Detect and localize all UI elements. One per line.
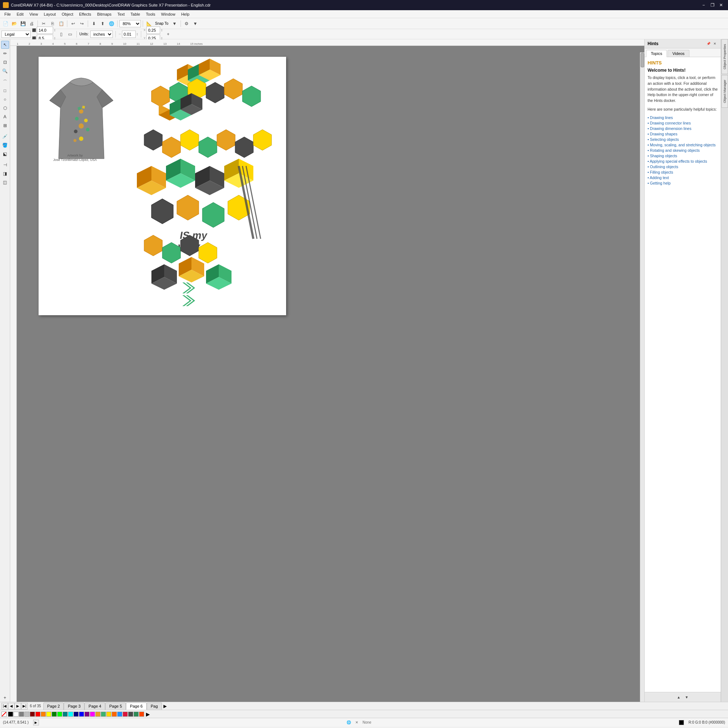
color-medium-green[interactable] — [101, 712, 106, 717]
page-tab-3[interactable]: Page 3 — [64, 702, 84, 710]
color-crimson[interactable] — [123, 712, 128, 717]
landscape-btn[interactable]: ▭ — [66, 30, 74, 38]
shadow-tool[interactable]: ◨ — [1, 170, 9, 177]
link-filling-objects[interactable]: • Filling objects — [648, 170, 718, 174]
table-tool[interactable]: ⊞ — [1, 122, 9, 130]
rect-tool[interactable]: □ — [1, 87, 9, 95]
save-button[interactable]: 💾 — [19, 20, 27, 28]
vertical-scrollbar[interactable] — [640, 52, 644, 702]
link-drawing-lines[interactable]: • Drawing lines — [648, 115, 718, 120]
freehand-tool[interactable]: ✏ — [1, 49, 9, 58]
link-special-effects[interactable]: • Applying special effects to objects — [648, 159, 718, 164]
menu-file[interactable]: File — [2, 10, 14, 18]
connector-tool[interactable]: ⊣ — [1, 161, 9, 169]
link-drawing-shapes[interactable]: • Drawing shapes — [648, 132, 718, 136]
color-deep-orange[interactable] — [112, 712, 117, 717]
undo-button[interactable]: ↩ — [69, 20, 77, 28]
link-shaping-objects[interactable]: • Shaping objects — [648, 154, 718, 158]
color-black[interactable] — [8, 712, 13, 717]
prev-page-btn[interactable]: ◀ — [8, 703, 15, 710]
object-manager-tab[interactable]: Object Manager — [722, 75, 728, 108]
menu-text[interactable]: Text — [114, 10, 127, 18]
canvas-scroll[interactable]: Artwork by José Tzontlimatzi López, USA — [17, 46, 644, 702]
color-purple[interactable] — [84, 712, 90, 717]
menu-view[interactable]: View — [27, 10, 41, 18]
color-golden[interactable] — [106, 712, 112, 717]
options-btn[interactable]: ⚙ — [183, 20, 191, 28]
close-button[interactable]: ✕ — [717, 2, 725, 8]
link-selecting-objects[interactable]: • Selecting objects — [648, 137, 718, 142]
scroll-down-btn[interactable]: ▼ — [683, 693, 691, 701]
color-lime[interactable] — [57, 712, 62, 717]
color-gold[interactable] — [95, 712, 101, 717]
scroll-up-btn[interactable]: ▲ — [675, 693, 683, 701]
menu-window[interactable]: Window — [158, 10, 178, 18]
add-page-btn[interactable]: + — [164, 30, 172, 38]
snap-dropdown-btn[interactable]: ▼ — [171, 20, 179, 28]
menu-effects[interactable]: Effects — [76, 10, 94, 18]
color-dodger-blue[interactable] — [117, 712, 122, 717]
link-rotating-skewing[interactable]: • Rotating and skewing objects — [648, 148, 718, 153]
tab-videos[interactable]: Videos — [668, 50, 689, 57]
link-dimension-lines[interactable]: • Drawing dimension lines — [648, 126, 718, 131]
tab-topics[interactable]: Topics — [646, 50, 667, 57]
first-page-btn[interactable]: |◀ — [2, 703, 8, 710]
color-cyan[interactable] — [68, 712, 73, 717]
page-tab-6[interactable]: Page 6 — [126, 702, 147, 710]
zoom-dropdown[interactable]: 80% 100% 50% — [119, 20, 141, 27]
page-tab-4[interactable]: Page 4 — [84, 702, 105, 710]
menu-edit[interactable]: Edit — [14, 10, 27, 18]
open-button[interactable]: 📂 — [10, 20, 18, 28]
hints-pin-btn[interactable]: 📌 — [705, 41, 711, 47]
restore-button[interactable]: ❐ — [708, 2, 716, 8]
units-dropdown[interactable]: inches cm mm — [90, 31, 113, 38]
import-button[interactable]: ⬇ — [90, 20, 98, 28]
paste-button[interactable]: 📋 — [57, 20, 65, 28]
color-maroon[interactable] — [30, 712, 35, 717]
text-tool[interactable]: A — [1, 113, 9, 121]
export-button[interactable]: ⬆ — [99, 20, 107, 28]
color-gray[interactable] — [19, 712, 24, 717]
page-scroll-right[interactable]: ▶ — [164, 704, 167, 709]
link-moving-scaling[interactable]: • Moving, scaling, and stretching object… — [648, 143, 718, 147]
transparency-tool[interactable]: ◫ — [1, 178, 9, 187]
link-getting-help[interactable]: • Getting help — [648, 181, 718, 185]
curve-tool[interactable]: ⌒ — [1, 78, 9, 86]
color-teal[interactable] — [63, 712, 68, 717]
scrollbar-thumb[interactable] — [641, 53, 644, 67]
crop-tool[interactable]: ⊡ — [1, 58, 9, 66]
color-white[interactable] — [14, 712, 18, 717]
hints-close-btn[interactable]: ✕ — [712, 41, 718, 47]
menu-help[interactable]: Help — [178, 10, 193, 18]
ellipse-tool[interactable]: ○ — [1, 95, 9, 103]
x-offset-input[interactable] — [146, 27, 160, 34]
menu-layout[interactable]: Layout — [41, 10, 59, 18]
page-size-dropdown[interactable]: Legal — [2, 31, 31, 38]
next-page-btn[interactable]: ▶ — [15, 703, 21, 710]
portrait-btn[interactable]: ▯ — [57, 30, 65, 38]
object-properties-tab[interactable]: Object Properties — [722, 39, 728, 74]
select-tool[interactable]: ↖ — [1, 41, 9, 49]
color-fuchsia[interactable] — [90, 712, 95, 717]
publish-button[interactable]: 🌐 — [107, 20, 115, 28]
color-yellow[interactable] — [46, 712, 51, 717]
play-btn[interactable]: ▶ — [33, 720, 39, 725]
more-btn[interactable]: ▼ — [191, 20, 199, 28]
page-tab-more[interactable]: Pag — [147, 702, 162, 710]
color-red[interactable] — [35, 712, 40, 717]
width-input[interactable] — [37, 27, 53, 34]
add-page-tool[interactable]: + — [1, 694, 9, 702]
menu-bitmaps[interactable]: Bitmaps — [94, 10, 115, 18]
color-orange[interactable] — [41, 712, 46, 717]
new-button[interactable]: 📄 — [2, 20, 9, 28]
color-navy[interactable] — [73, 712, 79, 717]
no-fill-swatch[interactable] — [2, 712, 6, 717]
menu-table[interactable]: Table — [128, 10, 143, 18]
nudge-input[interactable] — [122, 31, 136, 38]
color-green[interactable] — [52, 712, 57, 717]
page-tab-5[interactable]: Page 5 — [105, 702, 126, 710]
menu-tools[interactable]: Tools — [143, 10, 158, 18]
palette-scroll-right[interactable]: ▶ — [146, 711, 150, 717]
color-orange-red[interactable] — [139, 712, 144, 717]
redo-button[interactable]: ↪ — [78, 20, 86, 28]
